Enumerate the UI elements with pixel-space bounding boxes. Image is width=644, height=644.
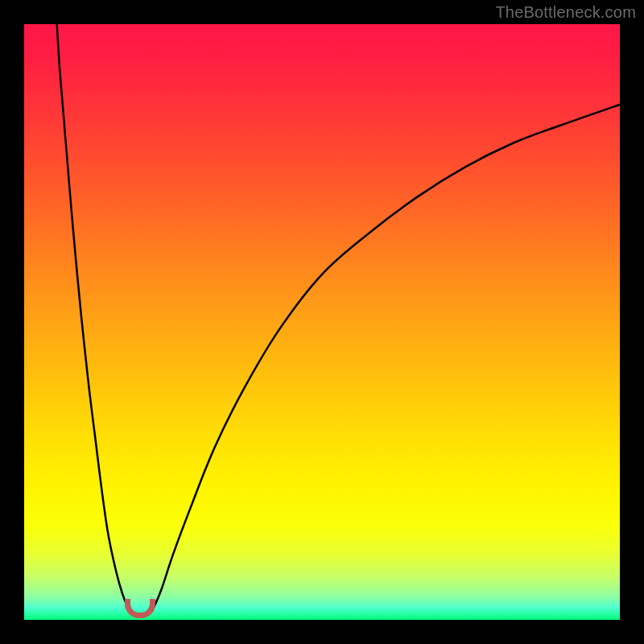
curve-layer	[24, 24, 620, 620]
chart-frame: TheBottleneck.com	[0, 0, 644, 644]
plot-area	[24, 24, 620, 620]
curve-right-branch	[152, 105, 620, 611]
curve-left-branch	[57, 24, 130, 611]
watermark-text: TheBottleneck.com	[495, 3, 636, 22]
